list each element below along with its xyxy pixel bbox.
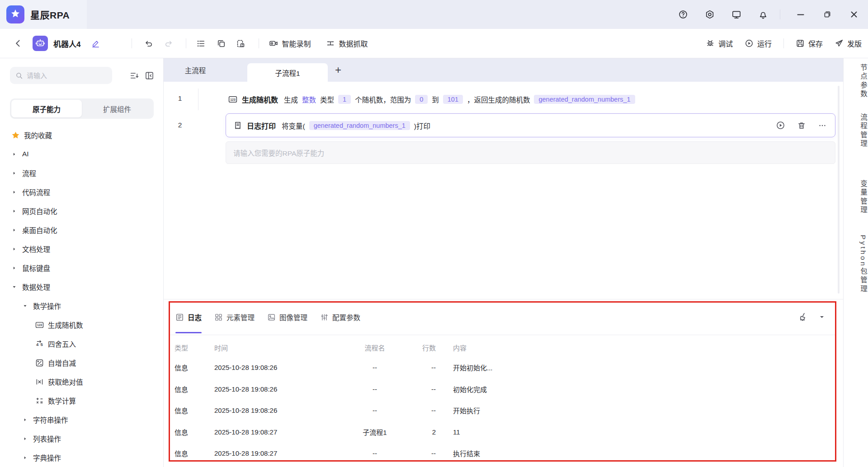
copy-icon[interactable] (217, 39, 226, 48)
data-capture-button[interactable]: 数据抓取 (326, 38, 368, 49)
tree-item-favorites[interactable]: 我的收藏 (0, 126, 163, 145)
clear-logs-broom-icon[interactable] (798, 312, 808, 322)
rename-pencil-icon[interactable] (91, 39, 100, 48)
right-panel-python-package-management[interactable]: Python包管理 (844, 235, 868, 294)
log-row[interactable]: 信息2025-10-28 19:08:27子流程1211 (175, 421, 834, 443)
minimize-button[interactable] (787, 0, 814, 29)
toolbar: 机器人4 智能录制 数据抓取 调试 运行 保存 (0, 29, 868, 58)
right-toolbar: 节点参数流程管理变量管理Python包管理 (843, 58, 868, 467)
tab-main-flow[interactable]: 主流程 (164, 58, 227, 82)
toolbar-left: 机器人4 智能录制 数据抓取 (14, 29, 368, 58)
more-actions-icon[interactable] (818, 121, 827, 130)
collapse-list-icon[interactable] (129, 71, 139, 80)
search-box[interactable] (10, 67, 112, 84)
publish-button[interactable]: 发版 (835, 38, 862, 49)
monitor-icon[interactable] (723, 0, 750, 29)
tree-item-math-calculation[interactable]: 数学计算 (0, 391, 163, 410)
tree-item-increment-decrement[interactable]: 自增自减 (0, 353, 163, 372)
node-text: )打印 (414, 121, 430, 131)
run-node-icon[interactable] (776, 121, 785, 130)
right-panel-node-params[interactable]: 节点参数 (844, 64, 868, 99)
caret-right-icon (11, 152, 17, 157)
flow-node-1[interactable]: 123生成随机数生成整数类型1个随机数，范围为0到101，返回生成的随机数gen… (228, 89, 830, 110)
variable-pill[interactable]: 101 (443, 95, 463, 104)
paste-icon[interactable] (236, 39, 245, 48)
tree-item-string-operations[interactable]: 字符串操作 (0, 410, 163, 429)
log-row[interactable]: 信息2025-10-28 19:08:26----初始化完成 (175, 378, 834, 400)
tree-item-flow[interactable]: 流程 (0, 163, 163, 182)
outline-list-icon[interactable] (196, 39, 206, 48)
tree-item-mouse-keyboard[interactable]: 鼠标键盘 (0, 258, 163, 277)
variable-pill[interactable]: 0 (415, 95, 428, 104)
log-cell: 信息 (175, 384, 214, 394)
right-panel-variable-management[interactable]: 变量管理 (844, 180, 868, 215)
delete-node-icon[interactable] (797, 121, 806, 130)
settings-icon[interactable] (696, 0, 723, 29)
panel-tab-images[interactable]: 图像管理 (267, 299, 307, 335)
log-column-header: 时间 (214, 343, 350, 352)
tree-item-absolute-value[interactable]: 获取绝对值 (0, 372, 163, 391)
bell-icon[interactable] (750, 0, 776, 29)
caret-right-icon (22, 436, 28, 441)
tab-extension-components[interactable]: 扩展组件 (82, 100, 152, 117)
round-icon: 45 (35, 340, 44, 348)
log-row[interactable]: 信息2025-10-28 19:08:26----开始执行 (175, 400, 834, 421)
search-input[interactable] (27, 72, 107, 79)
tree-item-generate-random-number[interactable]: 123生成随机数 (0, 315, 163, 334)
collapse-panel-caret-icon[interactable] (818, 313, 826, 321)
tree-item-code-flow[interactable]: 代码流程 (0, 182, 163, 201)
canvas-scrollbar[interactable] (838, 86, 840, 294)
capability-search-input[interactable]: 请输入您需要的RPA原子能力 (226, 141, 835, 164)
publish-label: 发版 (847, 38, 862, 49)
tree-item-desktop-automation[interactable]: 桌面自动化 (0, 220, 163, 239)
tree-item-data-processing[interactable]: 数据处理 (0, 277, 163, 296)
log-cell: 2 (400, 428, 436, 436)
tree-item-dict-operations[interactable]: 字典操作 (0, 448, 163, 467)
tab-sub-flow-1[interactable]: 子流程1 (247, 63, 328, 82)
log-column-header: 内容 (436, 343, 834, 352)
app-title: 星辰RPA (30, 8, 70, 21)
node-title: 日志打印 (247, 120, 276, 131)
right-panel-flow-management[interactable]: 流程管理 (844, 113, 868, 149)
tree-item-document-processing[interactable]: 文档处理 (0, 239, 163, 258)
caret-right-icon (11, 209, 17, 214)
node-title: 生成随机数 (242, 94, 278, 105)
restore-button[interactable] (814, 0, 840, 29)
tree-item-list-operations[interactable]: 列表操作 (0, 429, 163, 448)
tree-item-math-operations[interactable]: 数学操作 (0, 296, 163, 315)
smart-record-button[interactable]: 智能录制 (269, 38, 311, 49)
flow-node-2-selected[interactable]: 日志打印将变量(generated_random_numbers_1)打印 (226, 113, 835, 137)
variable-pill[interactable]: generated_random_numbers_1 (309, 121, 410, 130)
svg-text:123: 123 (37, 323, 42, 327)
panel-tab-elements[interactable]: 元素管理 (214, 299, 255, 335)
caret-right-icon (11, 247, 17, 252)
debug-button[interactable]: 调试 (706, 38, 733, 49)
run-button[interactable]: 运行 (745, 38, 772, 49)
redo-icon[interactable] (164, 39, 174, 48)
tab-atomic-capability[interactable]: 原子能力 (11, 100, 82, 117)
panel-tab-log[interactable]: 日志 (175, 299, 202, 335)
tree-item-ai[interactable]: AI (0, 145, 163, 163)
save-button[interactable]: 保存 (796, 38, 823, 49)
toolbar-divider (186, 38, 186, 48)
toolbar-divider (259, 38, 259, 48)
help-icon[interactable] (670, 0, 696, 29)
tree-item-label: 网页自动化 (22, 206, 57, 216)
add-flow-tab-button[interactable]: + (329, 58, 347, 82)
node-text: 类型 (320, 94, 334, 104)
tree-item-label: 获取绝对值 (48, 377, 83, 387)
back-icon[interactable] (14, 39, 23, 48)
tree-item-label: 自增自减 (48, 358, 76, 368)
tree-item-round[interactable]: 45四舍五入 (0, 334, 163, 353)
close-button[interactable] (840, 0, 867, 29)
log-row[interactable]: 信息2025-10-28 19:08:26----开始初始化... (175, 357, 834, 378)
log-row[interactable]: 信息2025-10-28 19:08:27----执行结束 (175, 443, 834, 464)
undo-icon[interactable] (144, 39, 153, 48)
variable-pill[interactable]: 1 (338, 95, 351, 104)
type-link[interactable]: 整数 (302, 94, 316, 104)
collapse-panel-icon[interactable] (145, 71, 154, 80)
log-cell: 信息 (175, 427, 214, 437)
panel-tab-params[interactable]: 配置参数 (320, 299, 360, 335)
tree-item-web-automation[interactable]: 网页自动化 (0, 201, 163, 220)
variable-pill[interactable]: generated_random_numbers_1 (534, 95, 635, 104)
